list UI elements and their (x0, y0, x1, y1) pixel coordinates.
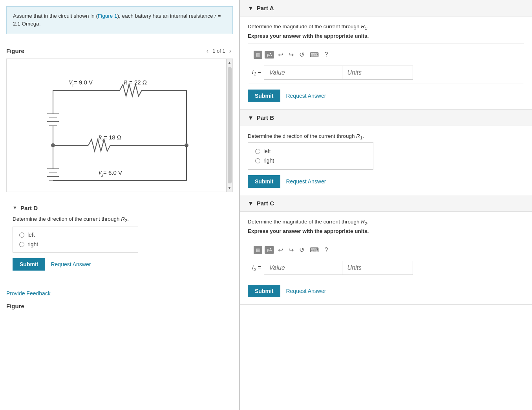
part-a-submit-row: Submit Request Answer (248, 90, 524, 102)
figure-header: Figure ‹ 1 of 1 › (0, 44, 239, 59)
part-d-option-right[interactable]: right (19, 241, 132, 247)
part-b-content: Determine the direction of the current t… (240, 126, 532, 195)
part-b-label-right: right (263, 157, 274, 164)
part-d-header[interactable]: ▼ Part D (13, 205, 227, 211)
part-c-request-answer[interactable]: Request Answer (286, 288, 326, 294)
part-b-label: Part B (257, 114, 274, 121)
part-d-question: Determine the direction of the current t… (13, 216, 227, 223)
part-a-refresh-btn[interactable]: ↺ (298, 50, 306, 59)
figure-prev-button[interactable]: ‹ (205, 47, 210, 55)
part-a-value-input[interactable] (264, 66, 342, 80)
part-a-answer-box: ▦ μA ↩ ↪ ↺ ⌨ ? I1 = (248, 44, 524, 84)
part-c-keyboard-btn[interactable]: ⌨ (308, 245, 320, 254)
part-b-submit-row: Submit Request Answer (248, 175, 524, 188)
svg-text:= 6.0 V: = 6.0 V (103, 169, 122, 176)
part-d-radio-left[interactable] (19, 232, 24, 238)
right-panel: ▼ Part A Determine the magnitude of the … (239, 0, 532, 410)
part-a-keyboard-btn[interactable]: ⌨ (308, 50, 320, 59)
part-b-submit-button[interactable]: Submit (248, 175, 280, 188)
left-panel: Assume that in the circuit shown in (Fig… (0, 0, 239, 410)
part-d-submit-row: Submit Request Answer (13, 258, 227, 271)
part-a-submit-button[interactable]: Submit (248, 90, 280, 102)
part-d-chevron: ▼ (13, 205, 17, 210)
part-d-option-left[interactable]: left (19, 232, 132, 238)
part-a-help-btn[interactable]: ? (323, 50, 329, 59)
part-c-mu-btn[interactable]: μA (265, 246, 274, 254)
part-d-request-answer[interactable]: Request Answer (51, 261, 91, 267)
part-a-undo-btn[interactable]: ↩ (276, 50, 285, 59)
part-c-input-row: I2 = (252, 261, 520, 275)
part-b-question: Determine the direction of the current t… (248, 133, 524, 140)
provide-feedback-section: Provide Feedback (6, 290, 233, 297)
figure-nav: ‹ 1 of 1 › (205, 47, 233, 55)
part-b-option-left[interactable]: left (255, 148, 366, 154)
part-b-label-left: left (263, 148, 271, 154)
part-a-label: Part A (257, 5, 274, 11)
part-c-block-btn[interactable]: ▦ (254, 246, 262, 254)
part-d-label-left: left (27, 232, 35, 238)
part-a-input-row: I1 = (252, 66, 520, 80)
part-c-eq-label: I2 = (252, 264, 261, 272)
part-c-content: Determine the magnitude of the current t… (240, 212, 532, 304)
figure-scroll-down[interactable]: ▼ (228, 184, 232, 192)
part-b-radio-left[interactable] (255, 149, 260, 154)
part-a-units-input[interactable] (342, 66, 413, 80)
part-b-chevron: ▼ (248, 114, 254, 121)
part-a-content: Determine the magnitude of the current t… (240, 16, 532, 109)
part-a-instruction: Express your answer with the appropriate… (248, 33, 524, 39)
part-c-help-btn[interactable]: ? (323, 246, 329, 254)
part-b-header[interactable]: ▼ Part B (240, 110, 532, 126)
part-c-toolbar: ▦ μA ↩ ↪ ↺ ⌨ ? (252, 243, 520, 257)
part-a-question: Determine the magnitude of the current t… (248, 24, 524, 31)
part-d-label: Part D (20, 205, 38, 211)
svg-text:= 9.0 V: = 9.0 V (74, 79, 93, 86)
part-c-value-input[interactable] (264, 261, 342, 275)
part-c-answer-box: ▦ μA ↩ ↪ ↺ ⌨ ? I2 = (248, 239, 524, 279)
figure-next-button[interactable]: › (228, 47, 233, 55)
figure-bottom-label: Figure (0, 300, 239, 311)
svg-text:= 18 Ω: = 18 Ω (104, 134, 121, 141)
part-a-block-btn[interactable]: ▦ (254, 51, 262, 59)
part-b-option-right[interactable]: right (255, 157, 366, 164)
part-c-redo-btn[interactable]: ↪ (287, 245, 295, 254)
svg-text:R: R (98, 134, 102, 141)
part-c-section: ▼ Part C Determine the magnitude of the … (240, 195, 532, 305)
part-c-question: Determine the magnitude of the current t… (248, 219, 524, 226)
part-c-submit-row: Submit Request Answer (248, 285, 524, 297)
part-c-instruction: Express your answer with the appropriate… (248, 228, 524, 234)
problem-statement: Assume that in the circuit shown in (Fig… (6, 6, 233, 34)
part-a-mu-btn[interactable]: μA (265, 51, 274, 59)
part-d-radio-right[interactable] (19, 242, 24, 247)
part-c-undo-btn[interactable]: ↩ (276, 245, 285, 254)
part-c-header[interactable]: ▼ Part C (240, 195, 532, 212)
provide-feedback-link[interactable]: Provide Feedback (6, 290, 51, 297)
svg-text:= 22 Ω: = 22 Ω (129, 79, 147, 86)
part-b-request-answer[interactable]: Request Answer (286, 178, 326, 185)
circuit-diagram: V 1 = 9.0 V R 1 = 22 Ω R 2 = 18 Ω V 3 = … (29, 67, 210, 189)
figure-scrollbar[interactable]: ▲ ▼ (226, 59, 232, 192)
part-d-radio-box: left right (13, 227, 138, 253)
part-c-refresh-btn[interactable]: ↺ (298, 245, 306, 254)
svg-text:R: R (123, 79, 127, 86)
part-a-toolbar: ▦ μA ↩ ↪ ↺ ⌨ ? (252, 48, 520, 62)
part-b-section: ▼ Part B Determine the direction of the … (240, 110, 532, 196)
part-d-label-right: right (27, 241, 38, 247)
part-d-section: ▼ Part D Determine the direction of the … (6, 198, 233, 277)
part-a-eq-label: I1 = (252, 69, 261, 76)
part-c-submit-button[interactable]: Submit (248, 285, 280, 297)
part-a-request-answer[interactable]: Request Answer (286, 93, 326, 99)
part-c-chevron: ▼ (248, 200, 254, 207)
figure-container: V 1 = 9.0 V R 1 = 22 Ω R 2 = 18 Ω V 3 = … (6, 59, 233, 192)
part-d-submit-button[interactable]: Submit (13, 258, 45, 271)
part-a-header[interactable]: ▼ Part A (240, 0, 532, 16)
part-b-radio-box: left right (248, 142, 373, 170)
figure-link[interactable]: Figure 1 (98, 13, 117, 19)
part-a-redo-btn[interactable]: ↪ (287, 50, 295, 59)
part-c-label: Part C (257, 200, 274, 207)
part-b-radio-right[interactable] (255, 158, 260, 163)
figure-page: 1 of 1 (212, 48, 225, 54)
figure-scroll-up[interactable]: ▲ (228, 59, 232, 66)
part-c-units-input[interactable] (342, 261, 413, 275)
part-a-section: ▼ Part A Determine the magnitude of the … (240, 0, 532, 110)
figure-title: Figure (6, 48, 24, 54)
